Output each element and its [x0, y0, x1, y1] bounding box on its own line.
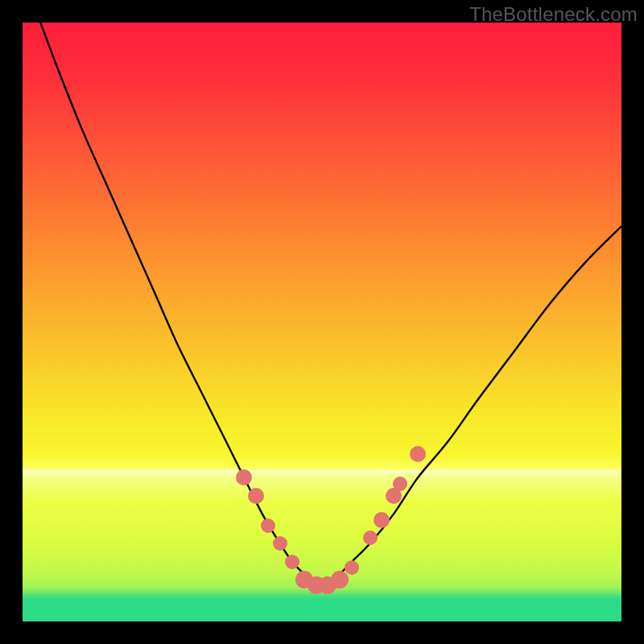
chart-frame: TheBottleneck.com: [0, 0, 644, 644]
curve-marker: [363, 530, 378, 545]
curve-marker: [273, 536, 287, 551]
curve-marker: [331, 571, 349, 588]
curve-marker: [393, 477, 407, 491]
curve-marker: [285, 555, 299, 569]
curve-marker: [261, 518, 275, 533]
curve-marker: [374, 512, 390, 528]
curve-layer: [23, 23, 621, 621]
curve-marker: [236, 469, 252, 485]
curve-marker: [345, 560, 359, 575]
curve-marker: [410, 446, 426, 462]
curve-marker: [248, 488, 264, 504]
bottleneck-curve: [40, 23, 621, 580]
watermark-text: TheBottleneck.com: [469, 3, 638, 26]
plot-area: [23, 23, 621, 621]
